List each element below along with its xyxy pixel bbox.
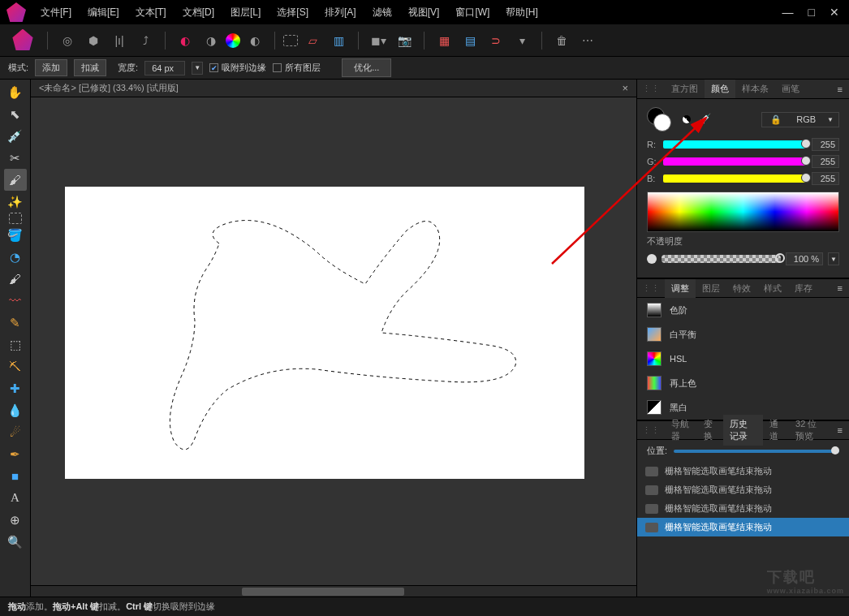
tool-camera-icon[interactable]: 📷: [393, 29, 416, 52]
panel-grip-icon[interactable]: ⋮⋮: [637, 84, 665, 94]
position-handle[interactable]: [831, 446, 839, 454]
tool-zoom-icon[interactable]: 🔍: [4, 531, 27, 553]
minimize-icon[interactable]: —: [782, 6, 794, 19]
menu-arrange[interactable]: 排列[A]: [317, 1, 364, 24]
tool-grid-icon[interactable]: ▦: [433, 29, 455, 52]
color-mode-select[interactable]: 🔒 RGB ▼: [761, 112, 839, 127]
opacity-slider[interactable]: 100 % ▼: [647, 252, 839, 265]
optimize-button[interactable]: 优化...: [342, 58, 391, 77]
tool-crop-icon[interactable]: ✂: [4, 147, 27, 169]
menu-file[interactable]: 文件[F]: [32, 1, 80, 24]
tab-fx[interactable]: 特效: [726, 279, 757, 298]
tool-gradient-icon[interactable]: ◔: [4, 246, 27, 268]
adj-recolor[interactable]: 再上色: [637, 371, 849, 395]
r-value[interactable]: 255: [812, 138, 839, 151]
menu-layer[interactable]: 图层[L]: [222, 1, 269, 24]
slider-g[interactable]: G: 255: [647, 155, 839, 168]
b-track[interactable]: [663, 174, 807, 183]
tool-trash-icon[interactable]: 🗑: [550, 29, 573, 52]
tool-blur-icon[interactable]: 💧: [4, 399, 27, 421]
tool-move-icon[interactable]: ⬉: [4, 103, 27, 125]
tool-more-icon[interactable]: ⋯: [576, 29, 599, 52]
color-picker-eyedropper-icon[interactable]: 💉: [697, 113, 711, 126]
tool-share-icon[interactable]: ⤴: [134, 29, 157, 52]
mode-add-button[interactable]: 添加: [35, 59, 67, 76]
document-close-icon[interactable]: ×: [622, 82, 628, 94]
tool-waves-icon[interactable]: |ı|: [108, 29, 131, 52]
tool-paintbrush-icon[interactable]: 🖌: [4, 268, 27, 290]
history-item[interactable]: 栅格智能选取画笔结束拖动: [637, 499, 849, 518]
adj-levels[interactable]: 色阶: [637, 298, 849, 322]
tool-flood-icon[interactable]: 🪣: [4, 224, 27, 246]
tool-eraser-icon[interactable]: ⬚: [4, 334, 27, 355]
close-icon[interactable]: ✕: [830, 6, 839, 19]
tool-rect-marquee-icon[interactable]: [9, 213, 22, 224]
tab-adjust[interactable]: 调整: [665, 279, 696, 298]
b-handle[interactable]: [801, 173, 811, 183]
tool-mesh-icon[interactable]: ⊕: [4, 509, 27, 531]
tool-marquee2-icon[interactable]: ▱: [301, 29, 324, 52]
panel-menu-icon[interactable]: ≡: [831, 425, 849, 435]
tool-pencil-icon[interactable]: ✎: [4, 312, 27, 334]
width-value[interactable]: 64 px: [144, 61, 185, 75]
tab-styles[interactable]: 样式: [757, 279, 788, 298]
opacity-handle[interactable]: [775, 253, 785, 263]
menu-help[interactable]: 帮助[H]: [498, 1, 545, 24]
g-track[interactable]: [663, 157, 807, 166]
horizontal-scrollbar[interactable]: [31, 585, 636, 597]
position-slider[interactable]: [674, 450, 839, 453]
panel-grip-icon[interactable]: ⋮⋮: [637, 425, 665, 436]
history-item[interactable]: 栅格智能选取画笔结束拖动: [637, 462, 849, 480]
tool-marquee-icon[interactable]: [283, 35, 298, 46]
persona-photo-icon[interactable]: [11, 29, 34, 52]
menu-select[interactable]: 选择[S]: [269, 1, 317, 24]
tool-brush2-icon[interactable]: 〰: [4, 290, 27, 312]
fg-bg-swatch[interactable]: [647, 107, 676, 131]
opacity-dropdown-icon[interactable]: ▼: [828, 252, 839, 265]
slider-b[interactable]: B: 255: [647, 172, 839, 185]
menu-edit[interactable]: 编辑[E]: [80, 1, 127, 24]
width-dropdown-icon[interactable]: ▼: [192, 62, 203, 75]
history-item-current[interactable]: 栅格智能选取画笔结束拖动: [637, 518, 849, 536]
tool-stamp-icon[interactable]: ⛏: [4, 355, 27, 377]
canvas-viewport[interactable]: [31, 97, 636, 585]
tool-selection-brush-icon[interactable]: 🖌: [4, 169, 27, 191]
tab-histogram[interactable]: 直方图: [665, 80, 705, 98]
tool-magic-wand-icon[interactable]: ✨: [4, 191, 27, 213]
menu-view[interactable]: 视图[V]: [400, 1, 448, 24]
tool-shape-icon[interactable]: ■: [4, 465, 27, 487]
tool-eyedropper-icon[interactable]: 💉: [4, 125, 27, 147]
b-value[interactable]: 255: [812, 172, 839, 185]
history-item[interactable]: 栅格智能选取画笔结束拖动: [637, 480, 849, 499]
tool-text-icon[interactable]: A: [4, 487, 27, 509]
menu-filter[interactable]: 滤镜: [364, 1, 400, 24]
swap-swatch-icon[interactable]: [683, 115, 691, 123]
r-handle[interactable]: [801, 139, 811, 149]
tool-grid2-icon[interactable]: ▤: [459, 29, 481, 52]
tool-halfcircle3-icon[interactable]: ◐: [243, 29, 266, 52]
panel-grip-icon[interactable]: ⋮⋮: [637, 283, 665, 294]
tab-stock[interactable]: 库存: [788, 279, 819, 298]
color-spectrum[interactable]: [647, 192, 839, 232]
panel-menu-icon[interactable]: ≡: [831, 283, 849, 293]
tab-layers[interactable]: 图层: [696, 279, 726, 298]
adj-hsl[interactable]: HSL: [637, 347, 849, 371]
fg-swatch[interactable]: [653, 114, 671, 131]
mode-subtract-button[interactable]: 扣减: [74, 59, 106, 76]
tab-brush[interactable]: 画笔: [775, 80, 806, 98]
tool-halfcircle1-icon[interactable]: ◐: [174, 29, 196, 52]
tool-colorwheel-icon[interactable]: [226, 33, 240, 48]
tab-color[interactable]: 颜色: [705, 80, 735, 98]
scrollbar-thumb[interactable]: [242, 588, 404, 596]
adj-whitebalance[interactable]: 白平衡: [637, 322, 849, 347]
menu-text[interactable]: 文本[T]: [127, 1, 175, 24]
tab-swatches[interactable]: 样本条: [735, 80, 775, 98]
maximize-icon[interactable]: □: [808, 6, 815, 19]
tool-smudge-icon[interactable]: ☄: [4, 421, 27, 443]
g-handle[interactable]: [801, 156, 811, 166]
tool-fill-icon[interactable]: ◼▾: [367, 29, 390, 52]
tool-pen-icon[interactable]: ✒: [4, 443, 27, 465]
snap-checkbox[interactable]: ✔吸附到边缘: [209, 62, 266, 74]
tool-cube-icon[interactable]: ⬢: [82, 29, 105, 52]
tool-halfcircle2-icon[interactable]: ◑: [200, 29, 222, 52]
